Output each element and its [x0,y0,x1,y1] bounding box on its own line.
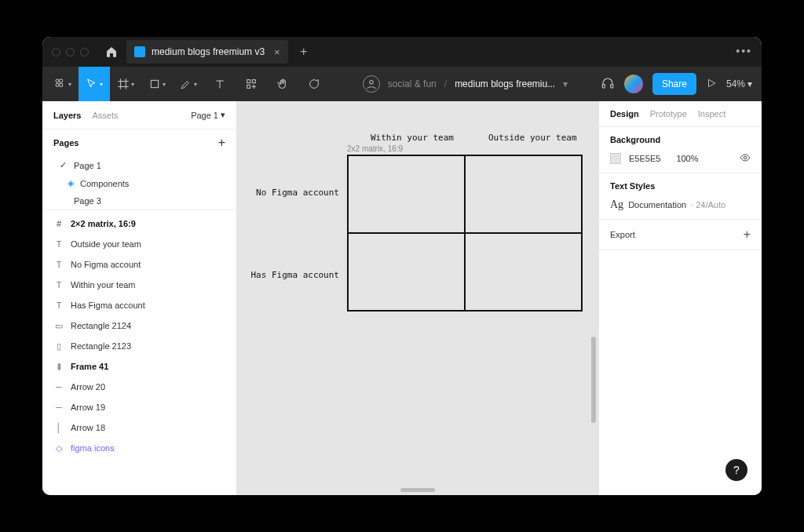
export-label: Export [610,230,635,239]
team-avatar-icon [363,75,380,93]
zoom-window-dot[interactable] [80,48,89,56]
page-label: Page 3 [74,196,101,206]
matrix-frame[interactable] [347,155,583,312]
file-name[interactable]: medium blogs freemiu... [455,78,555,89]
zoom-value: 54% [726,78,745,89]
breadcrumb[interactable]: social & fun / medium blogs freemiu... ▾ [330,75,601,93]
present-button[interactable] [706,78,717,91]
svg-rect-18 [611,84,613,88]
shape-tool[interactable]: ▾ [141,67,173,101]
horizontal-scrollbar[interactable] [400,488,435,492]
text-style-name: Documentation [628,200,686,210]
layer-row[interactable]: ▭Rectangle 2124 [42,315,236,336]
add-page-button[interactable]: + [218,136,225,150]
file-tab-title: medium blogs freemium v3 [152,46,265,57]
page-item[interactable]: ✓ Page 1 [42,156,236,174]
background-opacity[interactable]: 100% [676,154,698,163]
layer-row[interactable]: ▯Rectangle 2123 [42,336,236,356]
color-swatch[interactable] [610,153,621,164]
layer-row[interactable]: TWithin your team [42,275,236,295]
rectangle-icon: ▭ [53,321,64,331]
new-tab-button[interactable]: + [293,41,315,63]
layer-label: Arrow 18 [71,423,105,432]
matrix-col-label: Outside your team [488,133,577,143]
matrix-cell[interactable] [465,155,582,233]
visibility-toggle-icon[interactable] [740,152,751,165]
text-icon: T [53,301,64,310]
layer-row[interactable]: ─Arrow 19 [42,397,236,417]
user-avatar[interactable] [624,75,643,93]
page-item[interactable]: ◈ Components [42,174,236,192]
close-tab-icon[interactable]: × [274,46,280,58]
page-picker[interactable]: Page 1 ▾ [191,110,225,120]
matrix-row-label: Has Figma account [245,270,339,280]
window-controls[interactable] [52,48,89,56]
layers-tab[interactable]: Layers [53,111,81,120]
arrow-icon: ─ [53,403,64,412]
matrix-cell[interactable] [348,155,465,233]
right-panel: Design Prototype Inspect Background E5E5… [598,101,762,495]
headphones-icon[interactable] [601,76,615,93]
layer-label: Frame 41 [71,362,108,371]
layer-row[interactable]: ⦀Frame 41 [42,356,236,377]
layer-row[interactable]: TOutside your team [42,234,236,254]
text-tool[interactable] [204,67,236,101]
page-label: Page 1 [74,161,101,170]
component-icon: ◈ [68,178,74,188]
layer-label: Arrow 20 [71,382,105,392]
add-export-button[interactable]: + [744,228,751,242]
hand-tool[interactable] [267,67,298,101]
svg-point-1 [56,83,59,86]
canvas[interactable]: 2x2 matrix, 16:9 Within your team Outsid… [237,101,598,495]
inspect-tab[interactable]: Inspect [698,109,725,118]
layer-row[interactable]: │Arrow 18 [42,417,236,438]
frame-title[interactable]: 2x2 matrix, 16:9 [347,144,403,153]
file-tab[interactable]: medium blogs freemium v3 × [126,40,288,64]
layer-row[interactable]: ─Arrow 20 [42,377,236,397]
layer-label: Within your team [71,280,136,290]
layer-row[interactable]: THas Figma account [42,295,236,315]
zoom-control[interactable]: 54% ▾ [726,78,752,89]
background-hex[interactable]: E5E5E5 [629,154,660,163]
assets-tab[interactable]: Assets [92,111,118,120]
layer-row[interactable]: #2×2 matrix, 16:9 [42,213,236,234]
text-icon: T [53,239,64,249]
resources-tool[interactable] [236,67,267,101]
main-menu-button[interactable]: ▾ [47,67,79,101]
matrix-cell[interactable] [348,233,465,311]
share-button[interactable]: Share [652,73,696,95]
arrow-icon: ─ [53,382,64,392]
svg-point-16 [369,81,373,85]
layers-list: #2×2 matrix, 16:9 TOutside your team TNo… [42,210,236,495]
matrix-cell[interactable] [465,233,582,311]
comment-tool[interactable] [298,67,330,101]
svg-point-20 [744,156,747,159]
right-panel-tabs: Design Prototype Inspect [599,101,762,127]
layer-row[interactable]: ◇figma icons [42,438,236,458]
matrix-row-label: No Figma account [245,188,339,198]
figma-favicon-icon [134,46,145,57]
pen-tool[interactable]: ▾ [173,67,204,101]
help-button[interactable]: ? [725,459,747,481]
vertical-scrollbar[interactable] [591,337,596,423]
close-window-dot[interactable] [52,48,60,56]
prototype-tab[interactable]: Prototype [650,109,687,118]
svg-rect-3 [60,83,63,86]
project-name[interactable]: social & fun [388,78,437,89]
layer-label: Has Figma account [71,301,145,310]
minimize-window-dot[interactable] [66,48,75,56]
home-button[interactable] [100,40,123,64]
design-tab[interactable]: Design [610,109,639,118]
svg-rect-13 [247,85,250,88]
move-tool[interactable]: ▾ [79,67,110,101]
page-label: Components [80,179,129,188]
page-item[interactable]: Page 3 [42,192,236,210]
window-tabbar: medium blogs freemium v3 × + ••• [42,37,762,67]
text-style-row[interactable]: Ag Documentation · 24/Auto [610,199,751,211]
autolayout-icon: ⦀ [53,362,64,372]
section-title: Text Styles [610,181,751,191]
frame-tool[interactable]: ▾ [110,67,141,101]
export-section[interactable]: Export + [599,220,762,250]
app-menu-button[interactable]: ••• [736,45,752,57]
layer-row[interactable]: TNo Figma account [42,254,236,275]
